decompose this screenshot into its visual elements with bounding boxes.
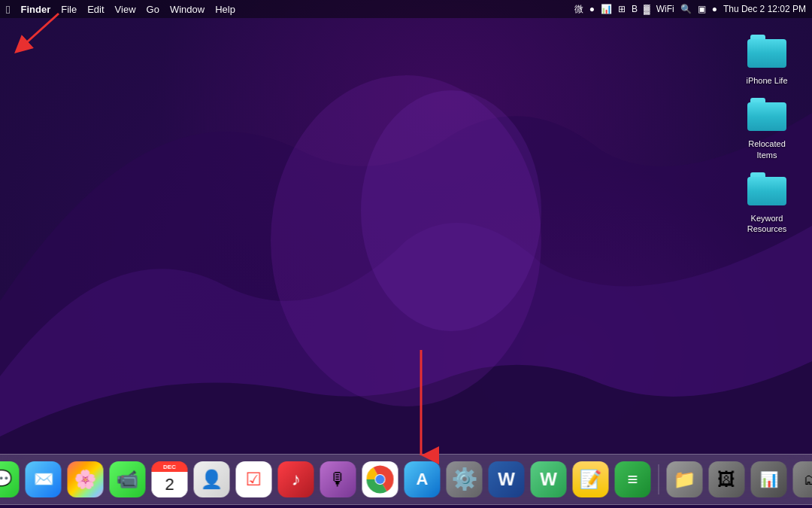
wechat-icon: 微 — [574, 3, 583, 16]
dock-word[interactable]: W — [487, 460, 526, 499]
dock-systemprefs[interactable]: ⚙️ — [445, 460, 484, 499]
svg-point-1 — [361, 90, 541, 331]
dock-calendar[interactable]: DEC 2 — [150, 460, 189, 499]
bluetooth-icon: B — [632, 4, 638, 14]
menu-file[interactable]: File — [61, 4, 77, 15]
notification-icon: ● — [712, 4, 717, 14]
status-icon-1: ● — [589, 4, 595, 14]
dock-messages[interactable]: 💬 — [0, 460, 21, 499]
keyword-resources-label: KeywordResources — [747, 213, 787, 235]
menu-finder[interactable]: Finder — [20, 4, 50, 15]
desktop-icons: iPhone Life Relocated Items KeywordResou… — [737, 30, 797, 234]
dock-facetime[interactable]: 📹 — [108, 460, 147, 499]
dock-contacts[interactable]: 👤 — [192, 460, 232, 499]
dock-chrome[interactable] — [361, 460, 400, 499]
menu-help[interactable]: Help — [215, 4, 235, 15]
iphone-life-label: iPhone Life — [746, 75, 787, 86]
datetime[interactable]: Thu Dec 2 12:02 PM — [723, 4, 806, 14]
svg-point-14 — [376, 475, 385, 484]
dock-airdrop[interactable]: 📁 — [665, 460, 704, 499]
iphone-life-folder-icon — [746, 30, 788, 72]
screen-icon: ▣ — [698, 4, 706, 14]
relocated-items-label: Relocated Items — [738, 138, 796, 160]
dock-reminders[interactable]: ☑ — [235, 460, 274, 499]
dock-item-extra1[interactable]: 📊 — [750, 460, 789, 499]
dock-wordy[interactable]: W — [529, 460, 568, 499]
keyword-resources-folder-icon — [746, 168, 788, 210]
dock-photos-browser[interactable]: 🖼 — [707, 460, 747, 499]
dock-music[interactable]: ♪ — [277, 460, 316, 499]
relocated-items-folder-icon — [746, 93, 788, 135]
search-icon[interactable]: 🔍 — [680, 4, 692, 14]
menu-view[interactable]: View — [115, 4, 136, 15]
status-icon-3: ⊞ — [618, 4, 626, 14]
desktop-icon-relocated-items[interactable]: Relocated Items — [737, 93, 797, 160]
dock-item-extra2[interactable]: 🗂 — [792, 460, 813, 499]
dock-notes[interactable]: 📝 — [571, 460, 611, 499]
status-icon-2: 📊 — [601, 4, 612, 14]
menu-window[interactable]: Window — [170, 4, 205, 15]
apple-menu[interactable]:  — [6, 3, 10, 16]
dock-appstore[interactable]: A — [403, 460, 442, 499]
dock-mail[interactable]: ✉️ — [24, 460, 63, 499]
dock-numbers[interactable]: ≡ — [614, 460, 653, 499]
dock-podcasts[interactable]: 🎙 — [319, 460, 358, 499]
desktop-icon-iphone-life[interactable]: iPhone Life — [737, 30, 797, 86]
menu-edit[interactable]: Edit — [87, 4, 104, 15]
menu-go[interactable]: Go — [147, 4, 159, 15]
menubar:  Finder File Edit View Go Window Help 微… — [0, 0, 812, 18]
dock-separator — [659, 464, 659, 494]
dock-photos[interactable]: 🌸 — [66, 460, 105, 499]
dock: ⊞ 💬 ✉️ 🌸 📹 DEC 2 — [0, 454, 812, 505]
battery-icon: ▓ — [644, 4, 650, 14]
desktop-icon-keyword-resources[interactable]: KeywordResources — [737, 168, 797, 235]
menubar-left:  Finder File Edit View Go Window Help — [6, 3, 235, 16]
wifi-icon: WiFi — [656, 4, 674, 14]
menubar-right: 微 ● 📊 ⊞ B ▓ WiFi 🔍 ▣ ● Thu Dec 2 12:02 P… — [574, 3, 806, 16]
mountain-layer — [0, 0, 812, 508]
